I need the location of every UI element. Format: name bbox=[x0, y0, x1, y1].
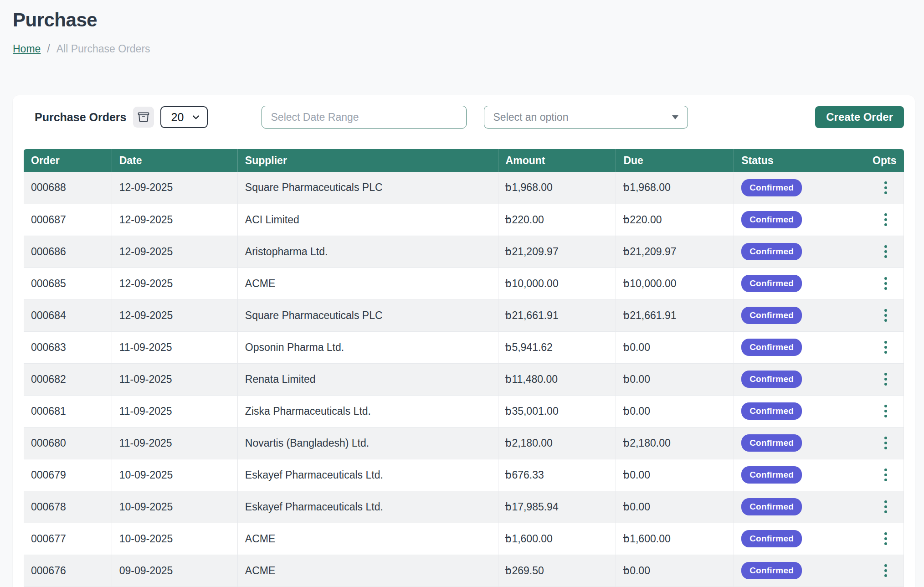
row-options-kebab-button[interactable] bbox=[882, 211, 890, 229]
row-options-kebab-button[interactable] bbox=[882, 242, 890, 261]
table-row: 000679 10-09-2025 Eskayef Pharmaceutical… bbox=[24, 459, 904, 491]
orders-table-container: OrderDateSupplierAmountDueStatusOpts 000… bbox=[24, 149, 904, 587]
opts-cell bbox=[844, 491, 903, 523]
table-row: 000681 11-09-2025 Ziska Pharmaceuticals … bbox=[24, 395, 904, 427]
supplier-cell: Eskayef Pharmaceuticals Ltd. bbox=[237, 459, 498, 491]
order-cell: 000679 bbox=[24, 459, 112, 491]
page-title: Purchase bbox=[13, 9, 915, 31]
row-options-kebab-button[interactable] bbox=[882, 306, 890, 324]
column-header-due: Due bbox=[616, 149, 734, 172]
archive-box-icon bbox=[137, 111, 150, 124]
taka-currency-icon bbox=[506, 501, 512, 513]
supplier-cell: Eskayef Pharmaceuticals Ltd. bbox=[237, 491, 498, 523]
table-row: 000686 12-09-2025 Aristopharma Ltd. 21,2… bbox=[24, 236, 904, 268]
supplier-filter-select[interactable]: Select an option bbox=[484, 106, 688, 129]
row-options-kebab-button[interactable] bbox=[882, 498, 890, 516]
opts-cell bbox=[844, 204, 903, 236]
taka-currency-icon bbox=[623, 181, 629, 194]
taka-currency-icon bbox=[506, 405, 512, 417]
date-cell: 12-09-2025 bbox=[112, 268, 237, 299]
taka-currency-icon bbox=[623, 565, 629, 577]
date-cell: 12-09-2025 bbox=[112, 172, 237, 204]
row-options-kebab-button[interactable] bbox=[882, 530, 890, 548]
opts-cell bbox=[844, 363, 903, 395]
taka-currency-icon bbox=[623, 405, 629, 417]
table-row: 000683 11-09-2025 Opsonin Pharma Ltd. 5,… bbox=[24, 331, 904, 363]
due-cell: 10,000.00 bbox=[616, 268, 734, 299]
taka-currency-icon bbox=[623, 214, 629, 226]
row-options-kebab-button[interactable] bbox=[882, 434, 890, 452]
table-row: 000687 12-09-2025 ACI Limited 220.00 220… bbox=[24, 204, 904, 236]
table-row: 000680 11-09-2025 Novartis (Bangladesh) … bbox=[24, 427, 904, 459]
opts-cell bbox=[844, 555, 903, 587]
row-options-kebab-button[interactable] bbox=[882, 179, 890, 197]
status-badge: Confirmed bbox=[741, 562, 802, 579]
status-cell: Confirmed bbox=[734, 236, 844, 268]
archive-filter-button[interactable] bbox=[133, 107, 154, 128]
order-cell: 000678 bbox=[24, 491, 112, 523]
order-cell: 000681 bbox=[24, 395, 112, 427]
status-cell: Confirmed bbox=[734, 427, 844, 459]
table-header: OrderDateSupplierAmountDueStatusOpts bbox=[24, 149, 904, 172]
taka-currency-icon bbox=[506, 437, 512, 449]
opts-cell bbox=[844, 268, 903, 299]
table-toolbar: Purchase Orders 20 Select an option Crea… bbox=[13, 95, 915, 128]
due-cell: 21,209.97 bbox=[616, 236, 734, 268]
supplier-cell: ACME bbox=[237, 523, 498, 555]
date-cell: 10-09-2025 bbox=[112, 523, 237, 555]
taka-currency-icon bbox=[506, 373, 512, 386]
order-cell: 000687 bbox=[24, 204, 112, 236]
date-cell: 09-09-2025 bbox=[112, 555, 237, 587]
create-order-button[interactable]: Create Order bbox=[815, 106, 904, 128]
opts-cell bbox=[844, 331, 903, 363]
supplier-cell: Aristopharma Ltd. bbox=[237, 236, 498, 268]
status-badge: Confirmed bbox=[741, 371, 802, 388]
status-cell: Confirmed bbox=[734, 491, 844, 523]
table-row: 000676 09-09-2025 ACME 269.50 0.00 Confi… bbox=[24, 555, 904, 587]
breadcrumb: Home / All Purchase Orders bbox=[13, 43, 915, 55]
status-cell: Confirmed bbox=[734, 204, 844, 236]
row-options-kebab-button[interactable] bbox=[882, 561, 890, 580]
taka-currency-icon bbox=[623, 437, 629, 449]
status-cell: Confirmed bbox=[734, 363, 844, 395]
breadcrumb-home-link[interactable]: Home bbox=[13, 43, 41, 55]
supplier-cell: ACI Limited bbox=[237, 204, 498, 236]
amount-cell: 1,600.00 bbox=[498, 523, 616, 555]
amount-cell: 17,985.94 bbox=[498, 491, 616, 523]
order-cell: 000682 bbox=[24, 363, 112, 395]
taka-currency-icon bbox=[506, 565, 512, 577]
amount-cell: 676.33 bbox=[498, 459, 616, 491]
taka-currency-icon bbox=[623, 373, 629, 386]
status-badge: Confirmed bbox=[741, 179, 802, 196]
date-cell: 11-09-2025 bbox=[112, 427, 237, 459]
opts-cell bbox=[844, 172, 903, 204]
status-cell: Confirmed bbox=[734, 331, 844, 363]
date-cell: 10-09-2025 bbox=[112, 459, 237, 491]
row-options-kebab-button[interactable] bbox=[882, 338, 890, 356]
opts-cell bbox=[844, 236, 903, 268]
taka-currency-icon bbox=[623, 469, 629, 481]
date-range-input[interactable] bbox=[262, 106, 467, 129]
status-badge: Confirmed bbox=[741, 466, 802, 484]
per-page-select[interactable]: 20 bbox=[160, 106, 208, 128]
amount-cell: 11,480.00 bbox=[498, 363, 616, 395]
table-row: 000682 11-09-2025 Renata Limited 11,480.… bbox=[24, 363, 904, 395]
status-cell: Confirmed bbox=[734, 395, 844, 427]
date-cell: 10-09-2025 bbox=[112, 491, 237, 523]
due-cell: 1,600.00 bbox=[616, 523, 734, 555]
column-header-status: Status bbox=[734, 149, 844, 172]
row-options-kebab-button[interactable] bbox=[882, 274, 890, 293]
date-cell: 11-09-2025 bbox=[112, 363, 237, 395]
taka-currency-icon bbox=[506, 278, 512, 290]
amount-cell: 269.50 bbox=[498, 555, 616, 587]
taka-currency-icon bbox=[623, 341, 629, 354]
due-cell: 220.00 bbox=[616, 204, 734, 236]
date-cell: 12-09-2025 bbox=[112, 236, 237, 268]
purchase-orders-card: Purchase Orders 20 Select an option Crea… bbox=[13, 95, 915, 587]
row-options-kebab-button[interactable] bbox=[882, 402, 890, 420]
row-options-kebab-button[interactable] bbox=[882, 466, 890, 484]
due-cell: 21,661.91 bbox=[616, 299, 734, 331]
supplier-cell: Square Pharmaceuticals PLC bbox=[237, 172, 498, 204]
row-options-kebab-button[interactable] bbox=[882, 370, 890, 388]
supplier-cell: Novartis (Bangladesh) Ltd. bbox=[237, 427, 498, 459]
